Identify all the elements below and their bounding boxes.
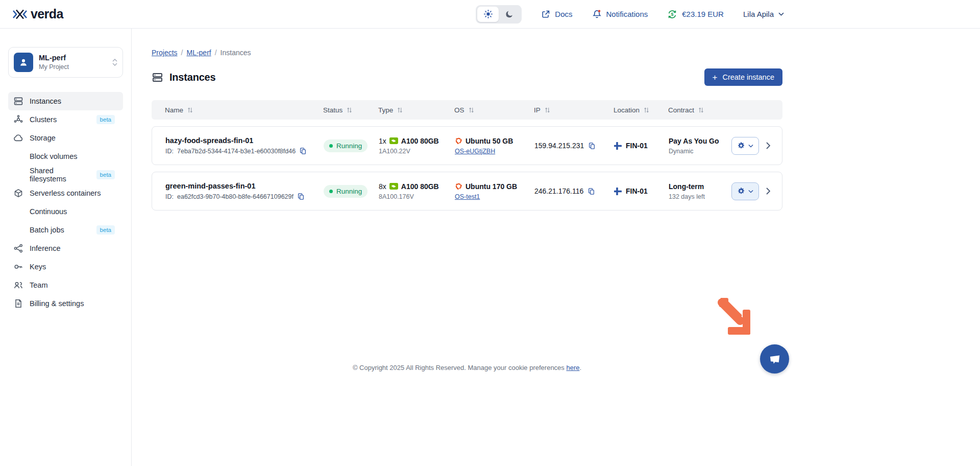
project-avatar [14,53,33,72]
user-name: Lila Apila [743,10,774,18]
sidebar-item-continuous[interactable]: Continuous [8,202,123,221]
notifications-button[interactable]: Notifications [592,9,648,19]
copy-icon[interactable] [297,193,305,200]
project-name: ML-perf [39,53,69,62]
theme-dark-button[interactable] [499,7,520,22]
status-dot-icon [329,144,333,148]
servers-icon [13,96,23,106]
team-icon [13,280,23,290]
sidebar-item-team[interactable]: Team [8,276,123,294]
breadcrumb-separator: / [215,49,217,57]
copy-icon[interactable] [587,188,595,195]
person-icon [18,57,29,68]
brand-logo[interactable]: verda [12,7,63,21]
contract-type: Pay As You Go [669,137,723,145]
plus-icon: + [713,73,718,82]
sidebar-item-inference[interactable]: Inference [8,239,123,258]
theme-light-button[interactable] [477,7,499,22]
sidebar-item-label: Serverless containers [30,189,101,197]
os-name: Ubuntu 50 GB [465,137,513,145]
copy-icon[interactable] [588,142,596,150]
status-badge: Running [324,139,368,152]
instance-ip: 159.94.215.231 [534,142,584,150]
column-header-status[interactable]: Status [313,106,368,114]
page-title: Instances [169,72,215,83]
annotation-arrow-icon [716,296,756,339]
instance-row[interactable]: hazy-food-spreads-fin-01 ID: 7eba7b2d-53… [152,126,782,165]
row-chevron-right-icon[interactable] [766,142,771,150]
instance-id: 7eba7b2d-5344-4174-b3e1-e60030f8fd46 [177,148,296,155]
sidebar-item-storage[interactable]: Storage [8,129,123,147]
gpu-count: 8x [379,182,386,191]
topbar: verda [0,0,980,29]
sidebar-item-block-volumes[interactable]: Block volumes [8,147,123,166]
breadcrumb-project[interactable]: ML-perf [186,49,211,57]
theme-toggle[interactable] [476,5,522,24]
sidebar-item-label: Keys [30,263,46,271]
beta-badge: beta [96,225,115,235]
breadcrumb-projects[interactable]: Projects [152,49,178,57]
chat-widget-button[interactable] [760,344,789,374]
sidebar-item-label: Clusters [30,115,57,124]
gpu-model: A100 80GB [401,182,439,191]
sidebar-item-batch-jobs[interactable]: Batch jobs beta [8,221,123,239]
os-image-link[interactable]: OS-test1 [455,193,480,200]
sort-icon [397,107,403,113]
gpu-count: 1x [379,137,386,145]
cube-icon [13,188,23,198]
row-chevron-right-icon[interactable] [766,187,771,195]
create-instance-button[interactable]: + Create instance [704,68,783,86]
instance-name: green-mind-passes-fin-01 [165,182,313,190]
instance-ip: 246.21.176.116 [534,187,583,195]
sidebar-item-label: Shared filesystems [30,167,90,183]
chevron-down-icon [112,63,117,66]
sidebar-item-instances[interactable]: Instances [8,92,123,110]
sort-icon [698,107,704,113]
balance-button[interactable]: $ €23.19 EUR [667,9,724,19]
docs-link[interactable]: Docs [541,10,572,19]
sidebar-item-clusters[interactable]: Clusters beta [8,110,123,129]
column-header-type[interactable]: Type [368,106,444,114]
instance-type-code: 1A100.22V [379,148,445,155]
chevron-up-icon [112,59,117,62]
project-selector[interactable]: ML-perf My Project [8,47,123,78]
sidebar: ML-perf My Project Instances [0,29,132,466]
chevron-down-icon [748,190,753,193]
copy-icon[interactable] [299,147,307,155]
sidebar-item-shared-filesystems[interactable]: Shared filesystems beta [8,166,123,184]
key-icon [13,262,23,272]
breadcrumb-current: Instances [220,49,251,57]
instance-settings-dropdown[interactable] [731,182,759,200]
sidebar-item-serverless-containers[interactable]: Serverless containers [8,184,123,202]
user-menu[interactable]: Lila Apila [743,10,784,18]
instances-table: Name Status Type OS [152,100,782,211]
sidebar-item-label: Team [30,281,47,289]
verda-logo-icon [12,9,28,20]
column-header-location[interactable]: Location [603,106,658,114]
currency-refresh-icon: $ [667,9,677,19]
breadcrumb: Projects / ML-perf / Instances [152,49,782,57]
servers-icon [152,72,163,83]
sidebar-item-label: Storage [30,134,56,142]
instance-row[interactable]: green-mind-passes-fin-01 ID: ea62fcd3-9b… [152,172,782,211]
column-header-contract[interactable]: Contract [658,106,723,114]
sort-icon [468,107,475,113]
column-header-os[interactable]: OS [444,106,524,114]
finland-cross-icon [614,142,622,150]
chat-bubble-icon [768,353,782,366]
status-badge: Running [324,185,368,198]
sidebar-item-keys[interactable]: Keys [8,258,123,276]
main-content: Projects / ML-perf / Instances Instances… [132,29,980,466]
cloud-icon [13,133,23,143]
os-image-link[interactable]: OS-eUGtjZBH [455,148,495,155]
instance-settings-dropdown[interactable] [731,137,759,155]
cookie-preferences-link[interactable]: here [566,364,579,371]
sidebar-item-label: Billing & settings [30,299,84,308]
column-header-ip[interactable]: IP [524,106,603,114]
finland-cross-icon [614,188,622,195]
column-header-name[interactable]: Name [152,106,313,114]
sidebar-item-billing-settings[interactable]: Billing & settings [8,294,123,313]
chevron-down-icon [748,144,753,148]
beta-badge: beta [96,115,115,125]
instance-name: hazy-food-spreads-fin-01 [165,136,313,145]
